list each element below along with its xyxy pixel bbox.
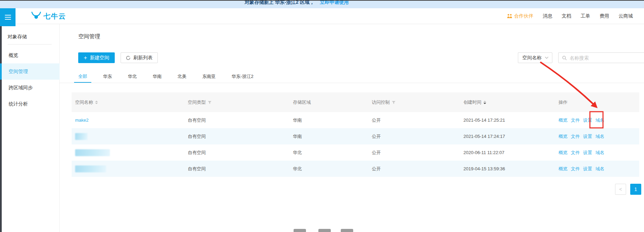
tab-all[interactable]: 全部 xyxy=(74,70,91,83)
clipped-bottom-element xyxy=(318,229,331,232)
action-files-link[interactable]: 文件 xyxy=(571,166,580,171)
create-bucket-button[interactable]: + 新建空间 xyxy=(78,52,115,63)
bucket-type-cell: 自有空间 xyxy=(184,144,289,161)
table-row: 自有空间 华北 公开 2019-04-15 13:59:36 概览 文件 设置 … xyxy=(72,161,639,177)
table-row: 自有空间 华南 公开 2021-05-14 17:24:17 概览 文件 设置 … xyxy=(72,128,639,144)
tab-huabei[interactable]: 华北 xyxy=(124,70,141,83)
nav-partner-label: 合作伙伴 xyxy=(514,13,533,19)
col-bucket-type: 空间类型 xyxy=(184,92,289,112)
action-files-link[interactable]: 文件 xyxy=(571,118,580,123)
bucket-name-link[interactable]: make2 xyxy=(75,118,89,123)
search-box xyxy=(558,52,644,63)
action-files-link[interactable]: 文件 xyxy=(571,134,580,139)
redacted-bucket-name[interactable] xyxy=(75,133,88,140)
sort-created-icon[interactable] xyxy=(483,101,486,104)
sort-name-icon[interactable] xyxy=(95,101,98,104)
bucket-created-cell: 2019-04-15 13:59:36 xyxy=(460,161,555,177)
partner-people-icon xyxy=(507,14,512,19)
nav-marketplace[interactable]: 云商城 xyxy=(619,13,633,19)
search-field-value: 空间名称 xyxy=(522,55,542,61)
refresh-list-label: 刷新列表 xyxy=(133,55,153,61)
chevron-down-icon xyxy=(545,57,549,59)
tab-huadong-zhejiang2[interactable]: 华东-浙江2 xyxy=(227,70,258,83)
sidebar-item-cross-region-sync[interactable]: 跨区域同步 xyxy=(0,80,60,96)
action-overview-link[interactable]: 概览 xyxy=(559,150,568,155)
refresh-list-button[interactable]: 刷新列表 xyxy=(121,52,158,63)
announcement-banner: 对象存储新上 华东-浙江2 区域， 立即申请使用 xyxy=(0,0,644,8)
qiniu-logo[interactable]: 七牛云 xyxy=(31,11,66,22)
bucket-type-cell: 自有空间 xyxy=(184,112,289,128)
redacted-bucket-name[interactable] xyxy=(75,149,110,156)
action-overview-link[interactable]: 概览 xyxy=(559,166,568,171)
col-storage-region: 存储区域 xyxy=(289,92,368,112)
tab-beimei[interactable]: 北美 xyxy=(173,70,191,83)
action-domain-link[interactable]: 域名 xyxy=(595,166,604,171)
bucket-access-cell: 公开 xyxy=(368,161,460,177)
action-domain-link[interactable]: 域名 xyxy=(595,118,604,123)
action-settings-link[interactable]: 设置 xyxy=(583,166,592,171)
pagination-prev-button[interactable]: < xyxy=(615,184,626,195)
create-bucket-label: 新建空间 xyxy=(90,55,109,61)
nav-billing[interactable]: 费用 xyxy=(600,13,609,19)
nav-messages[interactable]: 消息 xyxy=(543,13,552,19)
bucket-region-cell: 华北 xyxy=(289,144,368,161)
action-overview-link[interactable]: 概览 xyxy=(559,118,568,123)
redacted-bucket-name[interactable] xyxy=(75,165,106,172)
action-domain-link[interactable]: 域名 xyxy=(595,150,604,155)
col-actions: 操作 xyxy=(555,92,639,112)
action-settings-link[interactable]: 设置 xyxy=(583,150,592,155)
tab-dongnanya[interactable]: 东南亚 xyxy=(198,70,220,83)
sidebar-item-bucket-management[interactable]: 空间管理 xyxy=(0,63,60,80)
bucket-type-cell: 自有空间 xyxy=(184,128,289,144)
sidebar-item-statistics[interactable]: 统计分析 xyxy=(0,96,60,112)
action-settings-link[interactable]: 设置 xyxy=(583,118,592,123)
bucket-access-cell: 公开 xyxy=(368,144,460,161)
action-files-link[interactable]: 文件 xyxy=(571,150,580,155)
filter-access-icon[interactable] xyxy=(392,101,396,104)
sidebar-divider xyxy=(8,44,52,44)
tab-huadong[interactable]: 华东 xyxy=(99,70,116,83)
col-bucket-name: 空间名称 xyxy=(72,92,184,112)
filter-type-icon[interactable] xyxy=(208,101,212,104)
search-input[interactable] xyxy=(570,55,644,61)
action-overview-link[interactable]: 概览 xyxy=(559,134,568,139)
bucket-access-cell: 公开 xyxy=(368,128,460,144)
plus-icon: + xyxy=(84,55,87,61)
nav-docs[interactable]: 文档 xyxy=(562,13,571,19)
logo-text: 七牛云 xyxy=(43,12,66,21)
hamburger-icon xyxy=(5,15,11,16)
bucket-created-cell: 2021-05-14 17:25:21 xyxy=(460,112,555,128)
search-field-select[interactable]: 空间名称 xyxy=(518,52,552,63)
search-icon xyxy=(562,56,567,60)
announcement-text: 对象存储新上 华东-浙江2 区域， xyxy=(245,0,314,6)
bucket-created-cell: 2021-05-14 17:24:17 xyxy=(460,128,555,144)
pagination: < 1 xyxy=(615,184,641,195)
table-header-row: 空间名称 空间类型 存储区域 访问控制 创建时间 操作 xyxy=(72,92,639,112)
nav-partner[interactable]: 合作伙伴 xyxy=(507,13,533,19)
qiniu-console-page: 对象存储新上 华东-浙江2 区域， 立即申请使用 七牛云 xyxy=(0,0,644,232)
col-created-time: 创建时间 xyxy=(460,92,555,112)
region-tabs: 全部 华东 华北 华南 北美 东南亚 华东-浙江2 xyxy=(60,70,644,83)
bucket-region-cell: 华南 xyxy=(289,112,368,128)
menu-button[interactable] xyxy=(0,8,16,26)
bucket-created-cell: 2020-06-11 11:22:07 xyxy=(460,144,555,161)
tab-huanan[interactable]: 华南 xyxy=(149,70,166,83)
top-navigation: 合作伙伴 消息 文档 工单 费用 云商城 xyxy=(507,8,633,24)
announcement-apply-link[interactable]: 立即申请使用 xyxy=(320,0,349,6)
nav-tickets[interactable]: 工单 xyxy=(581,13,590,19)
sidebar-item-overview[interactable]: 概览 xyxy=(0,47,60,63)
action-settings-link[interactable]: 设置 xyxy=(583,134,592,139)
sidebar-title: 对象存储 xyxy=(8,34,27,40)
clipped-bottom-element xyxy=(341,229,353,232)
bucket-region-cell: 华南 xyxy=(289,128,368,144)
bucket-region-cell: 华北 xyxy=(289,161,368,177)
top-header-bar: 七牛云 合作伙伴 消息 文档 工单 费用 云商城 xyxy=(0,8,644,24)
qiniu-bull-icon xyxy=(31,12,41,21)
announcement-content: 对象存储新上 华东-浙江2 区域， 立即申请使用 xyxy=(245,0,349,6)
bucket-access-cell: 公开 xyxy=(368,112,460,128)
pagination-page-1[interactable]: 1 xyxy=(630,184,641,195)
sidebar: 对象存储 概览 空间管理 跨区域同步 统计分析 xyxy=(0,24,60,232)
action-domain-link[interactable]: 域名 xyxy=(595,134,604,139)
bucket-table: 空间名称 空间类型 存储区域 访问控制 创建时间 操作 xyxy=(72,92,639,177)
clipped-bottom-element xyxy=(294,229,306,232)
